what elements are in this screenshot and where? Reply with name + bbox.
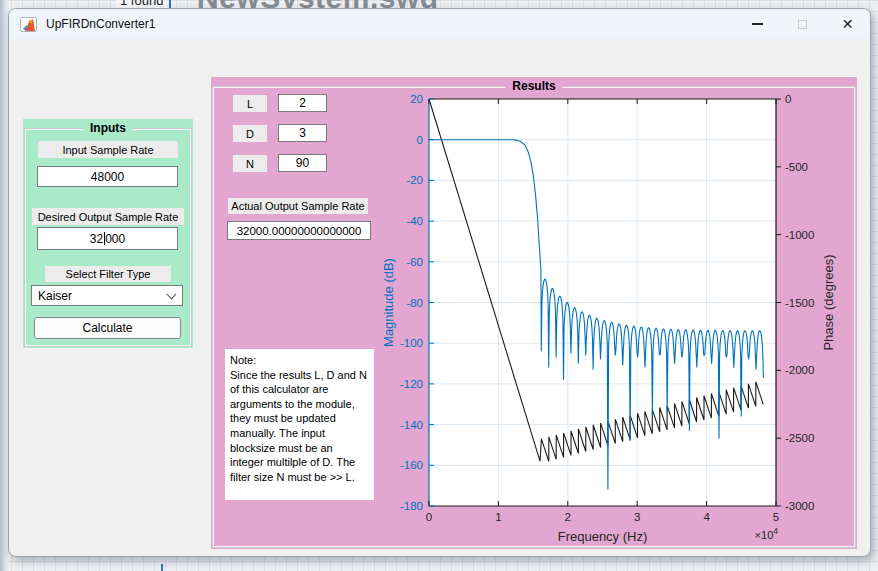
svg-text:-500: -500: [785, 161, 808, 173]
svg-text:4: 4: [703, 511, 710, 523]
window-client-area: Inputs Input Sample Rate 48000 Desired O…: [9, 39, 870, 556]
actual-output-rate-label: Actual Output Sample Rate: [228, 198, 368, 214]
l-value-field[interactable]: 2: [278, 94, 327, 112]
maximize-button[interactable]: [780, 9, 825, 39]
d-value-field[interactable]: 3: [278, 124, 327, 142]
x-axis-label: Frequency (Hz): [558, 529, 648, 544]
minimize-button[interactable]: [735, 9, 780, 39]
minimize-icon: [752, 23, 763, 25]
background-text-caret: [169, 0, 171, 8]
svg-text:3: 3: [634, 511, 640, 523]
inputs-panel-title: Inputs: [83, 121, 133, 135]
matlab-icon: [20, 17, 37, 32]
svg-text:1: 1: [495, 511, 501, 523]
titlebar[interactable]: UpFIRDnConverter1 ✕: [9, 9, 870, 39]
svg-text:-60: -60: [406, 256, 423, 268]
svg-text:-180: -180: [400, 500, 423, 512]
x-axis-multiplier: ×104: [755, 526, 779, 541]
chevron-down-icon: [167, 290, 177, 300]
svg-text:-40: -40: [406, 215, 423, 227]
filter-type-selected-value: Kaiser: [38, 289, 72, 303]
svg-text:0: 0: [426, 511, 432, 523]
input-sample-rate-label: Input Sample Rate: [38, 141, 178, 158]
svg-text:0: 0: [417, 134, 423, 146]
results-panel: Results L 2 D 3 N 90 Actual Output Sampl…: [211, 77, 857, 549]
upfirdn-converter-window: UpFIRDnConverter1 ✕ Inputs Input Sample …: [8, 8, 871, 557]
maximize-icon: [798, 20, 807, 29]
svg-text:5: 5: [773, 511, 779, 523]
right-y-axis-label: Phase (degrees): [821, 254, 836, 350]
results-chart: 012345200-20-40-60-80-100-120-140-160-18…: [381, 91, 847, 549]
left-y-axis-label: Magnitude (dB): [381, 258, 396, 347]
desired-output-rate-field[interactable]: 32000: [37, 227, 178, 250]
svg-text:2: 2: [565, 511, 571, 523]
svg-text:0: 0: [785, 93, 791, 105]
filter-type-dropdown[interactable]: Kaiser: [31, 285, 183, 306]
close-icon: ✕: [842, 16, 854, 32]
background-canvas-tick: [161, 564, 163, 571]
svg-text:-160: -160: [400, 459, 423, 471]
svg-text:-100: -100: [400, 337, 423, 349]
l-label: L: [233, 95, 267, 112]
svg-text:20: 20: [410, 93, 423, 105]
close-button[interactable]: ✕: [825, 9, 870, 39]
output-rate-text-before-caret: 32: [90, 232, 103, 246]
input-sample-rate-field[interactable]: 48000: [37, 166, 178, 187]
n-value-field[interactable]: 90: [278, 154, 327, 172]
svg-text:-3000: -3000: [785, 500, 814, 512]
d-label: D: [233, 125, 267, 142]
calculate-button[interactable]: Calculate: [34, 317, 181, 339]
output-rate-text-after-caret: 000: [105, 232, 125, 246]
svg-text:-2500: -2500: [785, 432, 814, 444]
svg-text:-1500: -1500: [785, 297, 814, 309]
filter-type-label: Select Filter Type: [45, 266, 171, 282]
svg-text:-140: -140: [400, 419, 423, 431]
n-label: N: [233, 155, 267, 172]
results-panel-title: Results: [505, 79, 562, 93]
inputs-panel: Inputs Input Sample Rate 48000 Desired O…: [23, 119, 193, 348]
svg-text:-20: -20: [406, 174, 423, 186]
window-title: UpFIRDnConverter1: [46, 17, 155, 31]
note-text: Note: Since the results L, D and N of th…: [225, 349, 374, 500]
svg-text:-1000: -1000: [785, 229, 814, 241]
desired-output-rate-label: Desired Output Sample Rate: [32, 208, 184, 225]
svg-text:-80: -80: [406, 297, 423, 309]
window-controls: ✕: [735, 9, 870, 39]
actual-output-rate-field[interactable]: 32000.00000000000000: [227, 221, 371, 240]
svg-text:-2000: -2000: [785, 364, 814, 376]
svg-text:-120: -120: [400, 378, 423, 390]
background-left-edge: [0, 0, 8, 571]
